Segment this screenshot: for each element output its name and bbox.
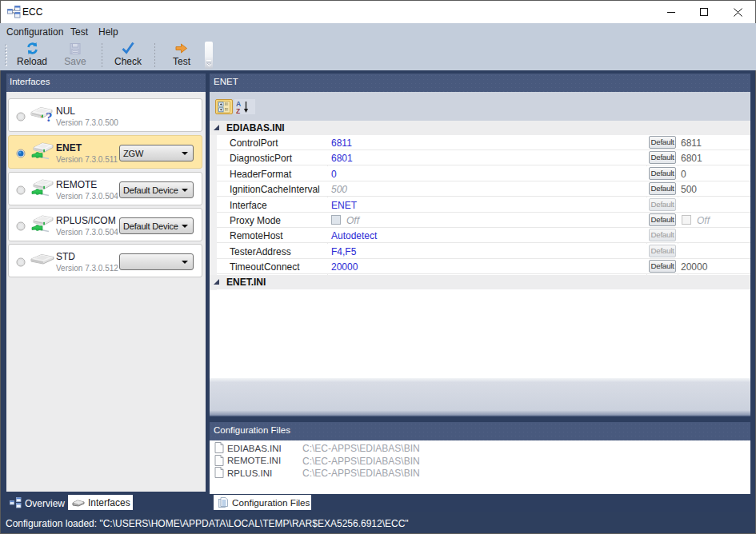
svg-text:Z: Z: [236, 107, 240, 115]
svg-text:?: ?: [46, 110, 53, 125]
